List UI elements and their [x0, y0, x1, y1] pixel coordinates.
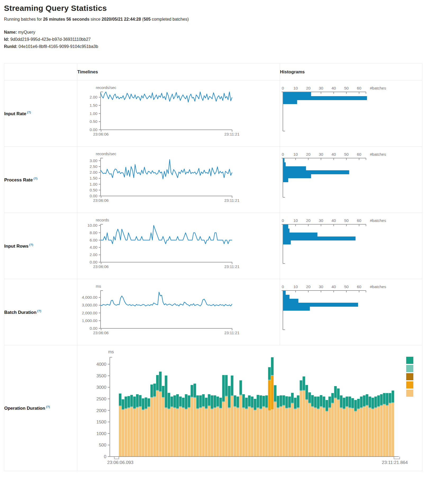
svg-text:40: 40 — [332, 284, 336, 289]
svg-text:50: 50 — [344, 152, 349, 157]
svg-text:1000: 1000 — [96, 431, 106, 436]
header-empty-cell — [4, 64, 77, 81]
svg-text:2.50: 2.50 — [90, 164, 97, 169]
operation-duration-cell: ms4000350030002500200015001000500023:06:… — [77, 345, 422, 471]
svg-text:0: 0 — [104, 454, 106, 459]
id-label: Id: — [4, 37, 9, 42]
input-rate-timeline-chart: records/sec2.001.501.000.500.0023:06:062… — [77, 81, 280, 147]
svg-text:records: records — [96, 218, 109, 222]
svg-text:0: 0 — [282, 218, 284, 223]
row-label: Input Rows — [4, 243, 29, 248]
help-icon[interactable]: (?) — [29, 243, 33, 246]
svg-text:10: 10 — [293, 218, 298, 223]
row-label: Batch Duration — [4, 310, 37, 315]
svg-text:records/sec: records/sec — [96, 151, 116, 156]
svg-text:1500: 1500 — [96, 419, 106, 425]
svg-text:2,000.00: 2,000.00 — [82, 311, 97, 315]
header-timelines: Timelines — [77, 64, 280, 81]
input-rate-timeline-cell: records/sec2.001.501.000.500.0023:06:062… — [77, 81, 280, 147]
svg-text:30: 30 — [319, 284, 323, 289]
process-rate-histogram-cell: 0102030405060#batches — [280, 147, 422, 213]
svg-text:23:06:06: 23:06:06 — [93, 331, 108, 335]
svg-text:0.00: 0.00 — [90, 326, 97, 331]
process-rate-timeline-chart: records/sec3.002.502.001.501.000.500.002… — [77, 147, 280, 213]
input-rows-timeline-chart: records10.008.006.004.002.000.0023:06:06… — [77, 213, 280, 279]
svg-text:#batches: #batches — [370, 218, 386, 223]
svg-text:2.00: 2.00 — [90, 170, 97, 175]
svg-text:23:11:21.864: 23:11:21.864 — [382, 460, 408, 465]
input-rows-timeline-cell: records10.008.006.004.002.000.0023:06:06… — [77, 213, 280, 279]
svg-text:0.00: 0.00 — [90, 194, 97, 198]
svg-text:2.00: 2.00 — [90, 252, 97, 257]
page-title: Streaming Query Statistics — [4, 4, 448, 13]
svg-text:0.50: 0.50 — [90, 188, 97, 192]
svg-text:60: 60 — [357, 284, 361, 289]
svg-text:60: 60 — [357, 218, 361, 223]
subtitle-prefix: Running batches for — [4, 17, 43, 21]
query-id-line: Id: 9d0dd219-995d-423e-b97d-36931110bb27 — [4, 36, 448, 43]
row-label: Process Rate — [4, 177, 33, 182]
svg-text:23:06:06: 23:06:06 — [93, 132, 108, 136]
svg-text:0.00: 0.00 — [90, 127, 97, 132]
input-rows-histogram-cell: 0102030405060#batches — [280, 213, 422, 279]
legend-swatch-2 — [406, 373, 413, 380]
svg-text:4,000.00: 4,000.00 — [82, 295, 97, 300]
row-label-cell: Input Rate(?) — [4, 81, 77, 147]
svg-text:23:11:21: 23:11:21 — [224, 264, 239, 269]
completed-batches-count: 505 — [143, 17, 151, 21]
batch-duration-timeline-chart: ms4,000.003,000.002,000.001,000.000.0023… — [77, 279, 280, 345]
input-rate-histogram-cell: 0102030405060#batches — [280, 81, 422, 147]
svg-text:30: 30 — [319, 152, 323, 157]
table-row-operation-duration: Operation Duration(?) ms4000350030002500… — [4, 345, 422, 471]
help-icon[interactable]: (?) — [27, 111, 31, 114]
input-rate-histogram-chart: 0102030405060#batches — [280, 81, 422, 147]
svg-text:23:06:06: 23:06:06 — [93, 264, 108, 269]
stats-table: Timelines Histograms Input Rate(?) recor… — [4, 63, 422, 471]
id-value: 9d0dd219-995d-423e-b97d-36931110bb27 — [10, 37, 91, 42]
help-icon[interactable]: (?) — [37, 309, 41, 313]
row-label: Input Rate — [4, 111, 26, 116]
svg-text:3,000.00: 3,000.00 — [82, 303, 97, 307]
svg-text:23:06:06.093: 23:06:06.093 — [107, 460, 133, 465]
svg-text:1.00: 1.00 — [90, 182, 97, 186]
svg-text:20: 20 — [306, 218, 311, 223]
svg-text:1.50: 1.50 — [90, 176, 97, 180]
svg-text:50: 50 — [344, 284, 349, 289]
svg-text:60: 60 — [357, 152, 361, 157]
legend-swatch-4 — [406, 390, 413, 397]
svg-text:0: 0 — [282, 284, 284, 289]
svg-text:0: 0 — [282, 152, 284, 157]
svg-text:23:11:21: 23:11:21 — [224, 198, 239, 203]
start-timestamp: 2020/05/21 22:44:28 — [102, 17, 141, 21]
input-rows-histogram-chart: 0102030405060#batches — [280, 213, 422, 279]
table-row-batch-duration: Batch Duration(?) ms4,000.003,000.002,00… — [4, 279, 422, 345]
header-histograms: Histograms — [280, 64, 422, 81]
legend-swatch-0 — [406, 357, 413, 364]
process-rate-timeline-cell: records/sec3.002.502.001.501.000.500.002… — [77, 147, 280, 213]
svg-text:2500: 2500 — [96, 396, 106, 401]
svg-text:10: 10 — [293, 152, 298, 157]
svg-text:10: 10 — [293, 86, 298, 90]
batch-duration-timeline-cell: ms4,000.003,000.002,000.001,000.000.0023… — [77, 279, 280, 345]
svg-text:1.50: 1.50 — [90, 103, 97, 108]
svg-text:40: 40 — [332, 152, 336, 157]
subtitle-since: since — [89, 17, 102, 21]
help-icon[interactable]: (?) — [46, 405, 50, 408]
svg-text:4.00: 4.00 — [90, 245, 97, 249]
svg-text:3000: 3000 — [96, 385, 106, 390]
svg-text:50: 50 — [344, 86, 349, 90]
row-label: Operation Duration — [4, 406, 45, 411]
svg-text:20: 20 — [306, 152, 311, 157]
svg-text:2000: 2000 — [96, 408, 106, 413]
svg-text:0: 0 — [282, 86, 284, 90]
row-label-cell: Batch Duration(?) — [4, 279, 77, 345]
svg-text:3.00: 3.00 — [90, 158, 97, 163]
svg-text:20: 20 — [306, 284, 311, 289]
svg-text:2.00: 2.00 — [90, 95, 97, 99]
svg-text:500: 500 — [99, 443, 106, 448]
runid-label: RunId: — [4, 44, 17, 49]
query-name-line: Name: myQuery — [4, 29, 448, 36]
row-label-cell: Operation Duration(?) — [4, 345, 77, 471]
help-icon[interactable]: (?) — [34, 177, 38, 180]
svg-text:4000: 4000 — [96, 362, 106, 367]
